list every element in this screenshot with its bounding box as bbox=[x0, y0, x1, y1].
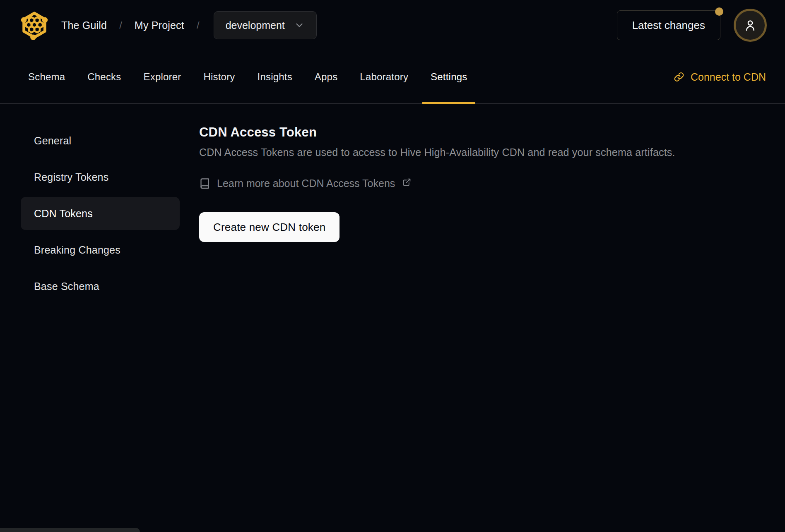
target-selector[interactable]: development bbox=[214, 11, 317, 39]
tab-label: Apps bbox=[315, 71, 338, 83]
connect-to-cdn-link[interactable]: Connect to CDN bbox=[673, 71, 766, 83]
hive-logo-icon[interactable] bbox=[18, 9, 51, 41]
user-icon bbox=[743, 18, 757, 32]
breadcrumb-separator: / bbox=[197, 19, 200, 31]
tab-checks[interactable]: Checks bbox=[79, 50, 129, 103]
breadcrumb-project[interactable]: My Project bbox=[135, 19, 184, 31]
header: The Guild / My Project / development Lat… bbox=[0, 0, 785, 50]
external-link-icon bbox=[402, 178, 411, 187]
tab-bar: Schema Checks Explorer History Insights … bbox=[0, 50, 785, 104]
sidebar-item-label: General bbox=[34, 135, 71, 147]
sidebar-item-label: Registry Tokens bbox=[34, 171, 108, 183]
learn-more-link[interactable]: Learn more about CDN Access Tokens bbox=[199, 177, 411, 189]
sidebar-item-cdn-tokens[interactable]: CDN Tokens bbox=[21, 197, 180, 230]
book-icon bbox=[199, 178, 210, 189]
target-selector-value: development bbox=[226, 19, 285, 31]
sidebar-item-base-schema[interactable]: Base Schema bbox=[21, 270, 180, 303]
tab-explorer[interactable]: Explorer bbox=[135, 50, 189, 103]
sidebar-item-breaking-changes[interactable]: Breaking Changes bbox=[21, 233, 180, 266]
header-right: Latest changes bbox=[617, 9, 767, 42]
sidebar-item-general[interactable]: General bbox=[21, 124, 180, 157]
bottom-left-widget[interactable] bbox=[0, 528, 140, 532]
tab-label: Laboratory bbox=[360, 71, 408, 83]
connect-to-cdn-label: Connect to CDN bbox=[691, 71, 766, 83]
breadcrumb-separator: / bbox=[119, 19, 122, 31]
notification-dot bbox=[715, 7, 723, 16]
sidebar-item-registry-tokens[interactable]: Registry Tokens bbox=[21, 161, 180, 194]
app-root: The Guild / My Project / development Lat… bbox=[0, 0, 785, 532]
settings-sidebar: General Registry Tokens CDN Tokens Break… bbox=[0, 104, 199, 303]
tab-label: History bbox=[203, 71, 235, 83]
main-panel: CDN Access Token CDN Access Tokens are u… bbox=[199, 104, 785, 242]
sidebar-item-label: Breaking Changes bbox=[34, 244, 120, 256]
chevron-down-icon bbox=[294, 20, 305, 31]
create-cdn-token-button[interactable]: Create new CDN token bbox=[199, 212, 340, 242]
tab-history[interactable]: History bbox=[195, 50, 243, 103]
tab-laboratory[interactable]: Laboratory bbox=[352, 50, 417, 103]
avatar-button[interactable] bbox=[734, 9, 767, 42]
page-title: CDN Access Token bbox=[199, 125, 785, 140]
latest-changes-label: Latest changes bbox=[632, 19, 705, 31]
learn-more-label: Learn more about CDN Access Tokens bbox=[217, 177, 395, 189]
tab-label: Checks bbox=[87, 71, 121, 83]
tab-label: Insights bbox=[258, 71, 292, 83]
link-icon bbox=[673, 71, 685, 83]
tab-schema[interactable]: Schema bbox=[20, 50, 73, 103]
tab-label: Settings bbox=[431, 71, 467, 83]
latest-changes-button[interactable]: Latest changes bbox=[617, 10, 720, 40]
tab-insights[interactable]: Insights bbox=[249, 50, 301, 103]
tab-settings[interactable]: Settings bbox=[422, 50, 475, 103]
brand-row: The Guild / My Project / development bbox=[18, 9, 317, 41]
tabs: Schema Checks Explorer History Insights … bbox=[20, 50, 475, 103]
tab-label: Schema bbox=[28, 71, 65, 83]
breadcrumb: The Guild / My Project / development bbox=[61, 11, 317, 39]
tab-apps[interactable]: Apps bbox=[306, 50, 346, 103]
breadcrumb-org[interactable]: The Guild bbox=[61, 19, 107, 31]
sidebar-item-label: Base Schema bbox=[34, 280, 99, 292]
tab-label: Explorer bbox=[143, 71, 181, 83]
sidebar-item-label: CDN Tokens bbox=[34, 208, 93, 220]
page-description: CDN Access Tokens are used to access to … bbox=[199, 146, 785, 158]
content: General Registry Tokens CDN Tokens Break… bbox=[0, 104, 785, 303]
